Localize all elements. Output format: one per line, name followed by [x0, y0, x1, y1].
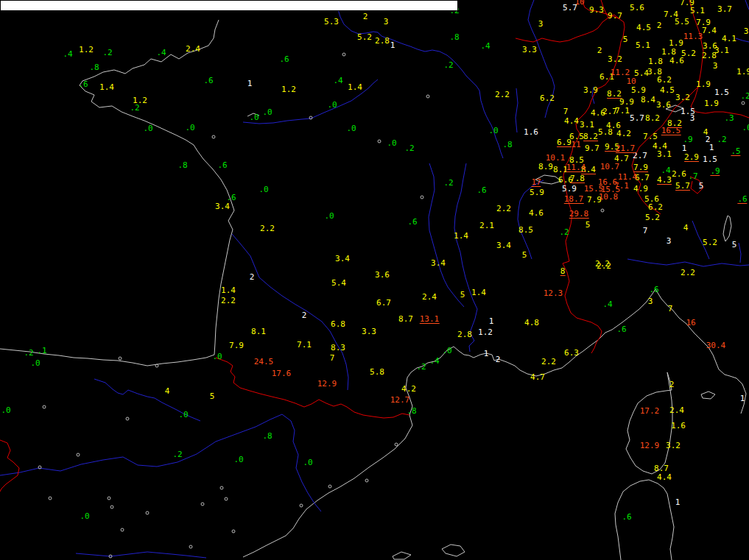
station-value: 4.2: [401, 385, 416, 393]
station-value: .2: [24, 349, 33, 357]
rivers-path: [516, 88, 518, 132]
station-value: 8.4: [641, 96, 655, 104]
station-value: 7.1: [297, 341, 312, 349]
station-value: 3: [667, 237, 672, 245]
station-value: 4.3: [657, 176, 672, 185]
station-value: 8.7: [398, 315, 413, 323]
station-marker: [38, 466, 42, 469]
station-value: 8.1: [251, 327, 266, 336]
station-value: 10.8: [599, 193, 619, 201]
rivers-path: [232, 234, 348, 390]
station-marker: [601, 209, 605, 213]
station-value: 5: [210, 392, 215, 400]
station-value: 3.2: [608, 55, 622, 63]
station-value: 2: [669, 380, 675, 389]
station-value: 3.4: [215, 202, 230, 210]
station-value: .6: [407, 218, 417, 226]
station-value: 1.9: [696, 80, 711, 88]
station-value: 5.9: [562, 185, 577, 193]
station-value: 5.8: [598, 128, 613, 136]
station-value: 5.7: [630, 114, 644, 122]
station-marker: [220, 486, 224, 490]
station-marker: [189, 545, 193, 549]
station-value: .8: [449, 33, 459, 41]
station-value: 1.4: [348, 83, 362, 91]
station-marker: [395, 443, 398, 447]
station-value: 1: [740, 394, 745, 403]
station-value: 3.3: [362, 327, 376, 336]
station-value: 3.1: [580, 121, 594, 129]
station-value: .0: [387, 139, 396, 147]
station-value: 2.1: [479, 221, 494, 230]
station-value: 4.6: [669, 57, 684, 65]
station-value: .0: [185, 124, 194, 132]
station-value: .8: [502, 141, 512, 149]
station-value: .0: [178, 411, 188, 419]
rivers-path: [745, 0, 749, 10]
station-value: 9.3: [589, 6, 604, 14]
station-value: 11.4: [566, 163, 586, 172]
station-value: 5.9: [530, 188, 544, 196]
station-value: 7: [643, 227, 648, 235]
station-value: 2: [496, 355, 501, 364]
station-value: 1: [247, 79, 253, 88]
station-value: 1: [709, 143, 714, 152]
station-value: 3.1: [657, 150, 672, 158]
station-value: 6.2: [540, 94, 555, 102]
station-value: 2.8: [702, 52, 717, 60]
station-value: 5: [586, 221, 591, 229]
station-marker: [77, 453, 80, 457]
station-value: 2.2: [541, 358, 556, 366]
station-value: .8: [262, 432, 272, 440]
station-marker: [309, 116, 313, 120]
station-value: 1: [682, 144, 687, 152]
station-marker: [378, 140, 381, 143]
station-value: 13.1: [420, 315, 440, 324]
station-value: 2.8: [457, 330, 472, 339]
station-marker: [146, 511, 150, 515]
station-value: 3.4: [496, 241, 511, 249]
station-value: 8: [560, 267, 566, 276]
station-value: 12.7: [390, 396, 410, 404]
station-value: .4: [63, 50, 72, 58]
station-value: 6.9: [557, 138, 572, 147]
station-value: .0: [80, 512, 89, 520]
station-value: 21.7: [616, 144, 636, 153]
station-value: 1.5: [714, 88, 729, 96]
station-value: .4: [602, 300, 612, 308]
station-value: .0: [303, 458, 312, 467]
station-value: 3.9: [583, 86, 598, 94]
coastlines-path: [626, 372, 672, 474]
station-value: .6: [203, 77, 213, 85]
station-value: 2.2: [681, 269, 695, 277]
station-value: .0: [212, 352, 222, 361]
coastlines-path: [701, 391, 715, 399]
station-value: 7.9: [229, 341, 244, 350]
station-value: .2: [416, 363, 426, 371]
station-value: 1.8: [661, 48, 676, 56]
station-value: 6.2: [657, 76, 672, 84]
coastlines-path: [723, 216, 731, 241]
station-marker: [225, 497, 228, 501]
station-value: 1: [489, 317, 494, 325]
station-value: .2: [443, 179, 453, 187]
station-value: 1.8: [648, 57, 663, 65]
station-value: .2: [443, 61, 453, 69]
station-value: 3: [384, 18, 389, 26]
station-value: 9.7: [608, 12, 622, 20]
station-value: 3.2: [675, 93, 690, 102]
station-value: .6: [279, 55, 289, 63]
coastlines-path: [442, 545, 465, 556]
station-value: .2: [102, 49, 112, 57]
station-value: 12.3: [544, 289, 563, 297]
station-value: 5: [699, 182, 704, 190]
station-value: 2.4: [669, 406, 684, 414]
title-text-4: GRAU: [456, 10, 458, 11]
station-value: .6: [477, 186, 486, 194]
station-value: .4: [661, 166, 670, 174]
station-value: 7.9: [633, 163, 648, 172]
station-value: .8: [407, 407, 416, 415]
station-value: 1.2: [79, 46, 94, 54]
rivers-path: [385, 38, 503, 158]
station-value: 5.7: [675, 182, 690, 191]
